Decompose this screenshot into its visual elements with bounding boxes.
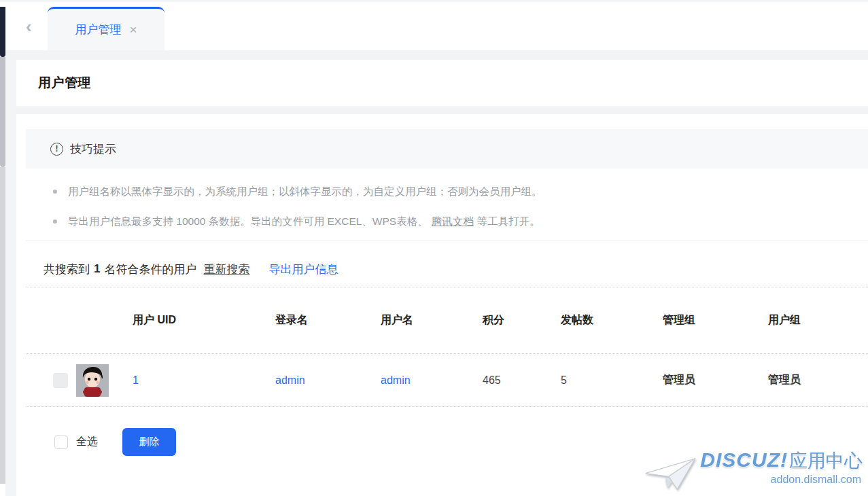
select-all-checkbox[interactable] xyxy=(54,436,68,449)
main-content-card: ! 技巧提示 用户组名称以黑体字显示的，为系统用户组；以斜体字显示的，为自定义用… xyxy=(16,114,868,496)
tip-text: 等工具打开。 xyxy=(477,215,540,229)
cell-admin-group: 管理员 xyxy=(657,373,762,387)
tip-text: 用户组名称以黑体字显示的，为系统用户组；以斜体字显示的，为自定义用户组；否则为会… xyxy=(68,185,542,199)
summary-prefix: 共搜索到 xyxy=(44,262,90,277)
cell-credits: 465 xyxy=(476,374,555,387)
cell-uid-link[interactable]: 1 xyxy=(126,374,269,387)
header-user-group: 用户组 xyxy=(762,313,868,327)
cell-user-group: 管理员 xyxy=(762,373,868,387)
user-table: 用户 UID 登录名 用户名 积分 发帖数 管理组 用户组 xyxy=(26,287,868,407)
footer-controls: 全选 删除 xyxy=(54,428,868,456)
tip-text: 导出用户信息最多支持 10000 条数据。导出的文件可用 EXCEL、WPS表格… xyxy=(68,215,428,229)
result-count: 1 xyxy=(94,262,100,276)
background-gap xyxy=(16,106,868,114)
scrollbar-track[interactable] xyxy=(0,167,5,484)
tip-item: 导出用户信息最多支持 10000 条数据。导出的文件可用 EXCEL、WPS表格… xyxy=(26,207,868,236)
background-gap xyxy=(5,50,868,60)
scrollbar-thumb[interactable] xyxy=(0,57,5,167)
research-link[interactable]: 重新搜索 xyxy=(203,262,249,277)
table-row: 1 admin admin 465 5 管理员 管理员 xyxy=(26,354,868,407)
left-gutter xyxy=(5,60,16,496)
tips-header: ! 技巧提示 xyxy=(26,129,868,169)
back-chevron-icon[interactable]: ‹ xyxy=(22,18,36,35)
tencent-docs-link[interactable]: 腾讯文档 xyxy=(432,215,474,229)
close-icon[interactable]: × xyxy=(129,23,137,36)
paper-plane-icon xyxy=(644,455,697,495)
header-posts: 发帖数 xyxy=(555,313,657,327)
tips-title: 技巧提示 xyxy=(70,141,116,157)
page-header-card: 用户管理 xyxy=(16,60,868,106)
header-uid: 用户 UID xyxy=(126,313,269,327)
user-avatar[interactable] xyxy=(76,364,109,397)
row-checkbox-cell xyxy=(26,373,69,388)
export-users-link[interactable]: 导出用户信息 xyxy=(268,262,338,277)
cell-login-link[interactable]: admin xyxy=(269,374,375,387)
tips-panel: ! 技巧提示 用户组名称以黑体字显示的，为系统用户组；以斜体字显示的，为自定义用… xyxy=(26,129,868,241)
tab-user-management[interactable]: 用户管理 × xyxy=(48,7,164,50)
info-icon: ! xyxy=(50,143,63,156)
sidebar-edge xyxy=(0,7,5,57)
bullet-dot-icon xyxy=(53,190,57,194)
delete-button[interactable]: 删除 xyxy=(122,428,176,456)
row-avatar-cell xyxy=(69,364,126,397)
header-credits: 积分 xyxy=(476,313,555,327)
tab-label: 用户管理 xyxy=(75,22,121,37)
header-username: 用户名 xyxy=(375,313,476,327)
table-header-row: 用户 UID 登录名 用户名 积分 发帖数 管理组 用户组 xyxy=(26,287,868,354)
header-admin-group: 管理组 xyxy=(657,313,762,327)
tip-item: 用户组名称以黑体字显示的，为系统用户组；以斜体字显示的，为自定义用户组；否则为会… xyxy=(26,177,868,207)
avatar-image xyxy=(76,364,109,397)
header-login: 登录名 xyxy=(269,313,375,327)
bullet-dot-icon xyxy=(53,219,57,224)
watermark-domain: addon.dismall.com xyxy=(771,474,861,486)
tab-bar: ‹ 用户管理 × xyxy=(5,2,868,50)
row-checkbox[interactable] xyxy=(53,373,68,388)
search-summary: 共搜索到 1 名符合条件的用户 重新搜索 导出用户信息 xyxy=(44,259,868,279)
select-all-label: 全选 xyxy=(76,435,98,449)
tips-body: 用户组名称以黑体字显示的，为系统用户组；以斜体字显示的，为自定义用户组；否则为会… xyxy=(26,169,868,241)
cell-username-link[interactable]: admin xyxy=(375,374,476,387)
page-title: 用户管理 xyxy=(38,74,91,92)
summary-suffix: 名符合条件的用户 xyxy=(104,262,196,277)
cell-posts: 5 xyxy=(555,374,657,387)
